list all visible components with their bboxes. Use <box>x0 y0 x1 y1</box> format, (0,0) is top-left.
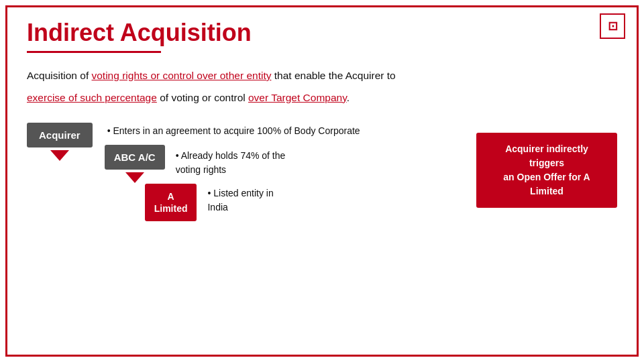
desc-link1: voting rights or control over other enti… <box>92 70 272 81</box>
abc-row: ABC A/C • Already holds 74% of the votin… <box>105 145 463 177</box>
right-panel-line1: Acquirer indirectly triggers <box>487 142 606 170</box>
arrow-head <box>50 150 69 161</box>
page-title: Indirect Acquisition <box>27 19 617 47</box>
alimited-text: • Listed entity in India <box>207 186 273 215</box>
alimited-box: A Limited <box>145 184 197 221</box>
abc-text: • Already holds 74% of the voting rights <box>176 149 286 177</box>
desc-plain3: of voting or control <box>157 92 248 103</box>
description-line2: exercise of such percentage of voting or… <box>27 90 617 107</box>
main-content: Indirect Acquisition Acquisition of voti… <box>0 0 644 235</box>
abc-bullet1: • Already holds 74% of the <box>176 149 286 163</box>
right-panel-line2: an Open Offer for A Limited <box>487 170 606 198</box>
alimited-row: A Limited • Listed entity in India <box>145 184 463 221</box>
abc-arrow-head <box>125 172 144 183</box>
right-panel: Acquirer indirectly triggers an Open Off… <box>476 133 617 208</box>
abc-col: ABC A/C <box>105 145 165 172</box>
logo-icon: ⊡ <box>608 19 618 34</box>
desc-plain2: that enable the Acquirer to <box>271 70 395 81</box>
alimited-col: A Limited <box>145 184 197 221</box>
desc-link3: over Target Company <box>248 92 347 103</box>
acquirer-bullet: • Enters in an agreement to acquire 100%… <box>107 125 360 136</box>
diagram-area: Acquirer • Enters in an agreement to acq… <box>27 120 617 221</box>
title-underline <box>27 51 161 53</box>
alimited-line2: Limited <box>154 202 188 215</box>
desc-plain1: Acquisition of <box>27 70 92 81</box>
middle-col: • Enters in an agreement to acquire 100%… <box>105 120 463 221</box>
desc-link2: exercise of such percentage <box>27 92 157 103</box>
acquirer-box: Acquirer <box>27 123 93 147</box>
alimited-line1: A <box>154 190 188 202</box>
logo-box: ⊡ <box>600 13 625 39</box>
alimited-bullet2: India <box>207 200 273 215</box>
acquirer-text: • Enters in an agreement to acquire 100%… <box>107 124 463 138</box>
alimited-bullet1: • Listed entity in <box>207 186 273 200</box>
acquirer-col: Acquirer <box>27 123 93 150</box>
description-line1: Acquisition of voting rights or control … <box>27 68 617 84</box>
desc-plain4: . <box>347 92 350 103</box>
abc-box: ABC A/C <box>105 145 165 170</box>
abc-bullet2: voting rights <box>176 163 286 177</box>
